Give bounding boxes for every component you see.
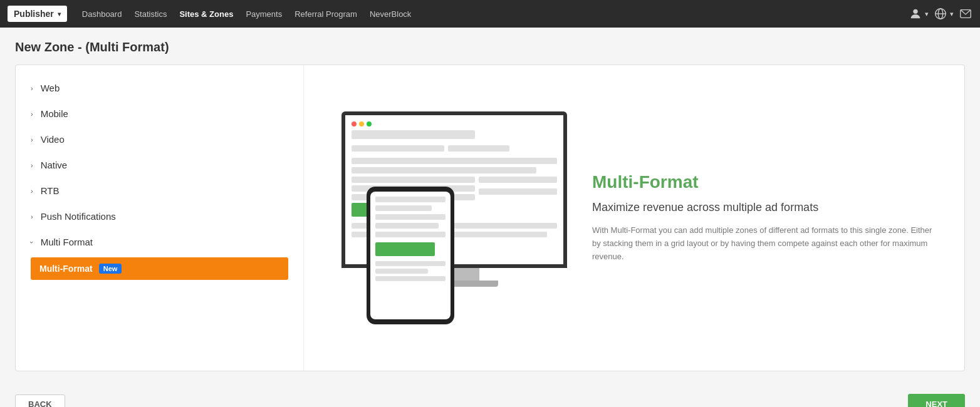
page-title: New Zone - (Multi Format) (15, 40, 965, 54)
nav-payments[interactable]: Payments (246, 9, 282, 19)
zone-description: Multi-Format Maximize revenue across mul… (592, 172, 939, 264)
svg-point-0 (913, 9, 917, 14)
content-area: New Zone - (Multi Format) › Web › Mobile… (0, 28, 980, 384)
chevron-native: › (31, 162, 33, 169)
detail-subtitle: Maximize revenue across multiple ad form… (592, 200, 939, 215)
message-icon[interactable] (959, 7, 972, 21)
detail-body: With Multi-Format you can add multiple z… (592, 224, 939, 263)
chevron-rtb: › (31, 187, 33, 195)
new-badge: New (99, 264, 122, 274)
smartphone-illustration (367, 187, 454, 324)
account-icon[interactable]: ▾ (909, 7, 929, 21)
zone-item-push[interactable]: › Push Notifications (16, 204, 303, 229)
zone-item-multiformat[interactable]: › Multi Format (16, 229, 303, 255)
zone-item-native[interactable]: › Native (16, 152, 303, 178)
back-button[interactable]: BACK (15, 394, 65, 407)
main-panel: › Web › Mobile › Video › Native › RTB (15, 64, 965, 371)
navbar: Publisher ▾ Dashboard Statistics Sites &… (0, 0, 980, 28)
detail-title: Multi-Format (592, 172, 939, 192)
zone-item-mobile[interactable]: › Mobile (16, 101, 303, 126)
nav-links: Dashboard Statistics Sites & Zones Payme… (82, 9, 412, 19)
zone-label-mobile: Mobile (41, 108, 68, 119)
tl-green (367, 121, 372, 126)
nav-neverblock[interactable]: NeverBlock (370, 9, 411, 19)
zone-label-push: Push Notifications (41, 211, 116, 222)
nav-dashboard[interactable]: Dashboard (82, 9, 122, 19)
multiformat-option-label: Multi-Format (39, 264, 93, 274)
next-button[interactable]: NEXT (908, 394, 965, 407)
publisher-label: Publisher (14, 9, 54, 19)
navbar-right: ▾ ▾ (909, 7, 972, 21)
nav-sites-zones[interactable]: Sites & Zones (179, 9, 233, 19)
zone-detail: Multi-Format Maximize revenue across mul… (304, 65, 964, 371)
tl-yellow (359, 121, 364, 126)
traffic-lights (352, 121, 557, 126)
zone-item-web[interactable]: › Web (16, 75, 303, 101)
nav-referral[interactable]: Referral Program (295, 9, 357, 19)
chevron-web: › (31, 85, 33, 92)
zone-label-native: Native (41, 160, 68, 170)
chevron-multiformat: › (28, 241, 36, 244)
footer: BACK NEXT (0, 384, 980, 407)
globe-icon[interactable]: ▾ (934, 7, 954, 21)
chevron-mobile: › (31, 110, 33, 118)
chevron-video: › (31, 136, 33, 143)
nav-statistics[interactable]: Statistics (134, 9, 167, 19)
zone-label-rtb: RTB (41, 185, 60, 196)
zone-sidebar: › Web › Mobile › Video › Native › RTB (16, 65, 304, 371)
chevron-push: › (31, 213, 33, 220)
publisher-chevron: ▾ (58, 11, 61, 18)
publisher-button[interactable]: Publisher ▾ (8, 6, 67, 22)
zone-label-video: Video (41, 134, 65, 145)
zone-item-video[interactable]: › Video (16, 126, 303, 152)
zone-item-rtb[interactable]: › RTB (16, 178, 303, 204)
illustration (329, 111, 567, 324)
multiformat-option[interactable]: Multi-Format New (31, 257, 288, 280)
zone-label-multiformat: Multi Format (41, 237, 93, 247)
navbar-left: Publisher ▾ Dashboard Statistics Sites &… (8, 6, 411, 22)
zone-label-web: Web (41, 83, 60, 93)
tl-red (352, 121, 357, 126)
